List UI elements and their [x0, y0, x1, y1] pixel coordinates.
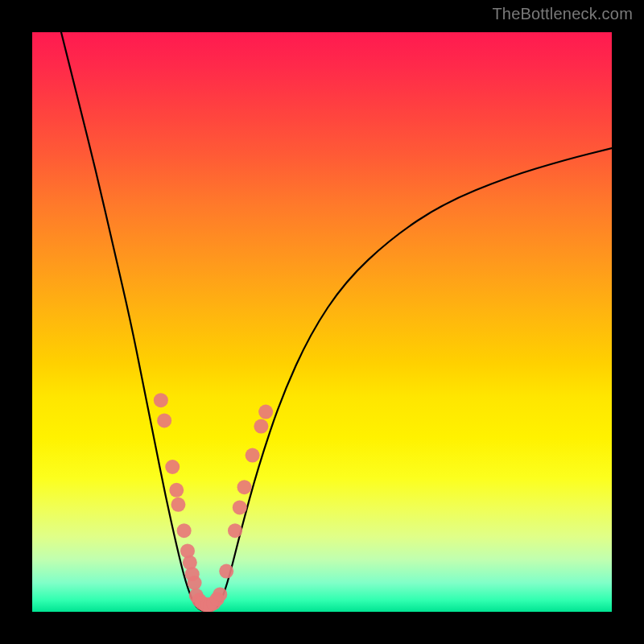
chart-svg	[32, 32, 612, 612]
marker-point	[177, 523, 192, 538]
curve-layer	[61, 32, 612, 612]
marker-point	[237, 480, 252, 494]
marker-point	[213, 587, 227, 601]
chart-frame: TheBottleneck.com	[0, 0, 644, 644]
marker-point	[228, 523, 242, 538]
marker-point	[254, 419, 268, 434]
curve-bottleneck-curve	[61, 32, 612, 612]
marker-point	[169, 483, 184, 497]
marker-layer	[154, 393, 273, 612]
marker-point	[219, 564, 233, 579]
marker-point	[188, 576, 202, 590]
marker-point	[246, 448, 260, 463]
plot-area	[32, 32, 612, 612]
marker-point	[171, 497, 185, 512]
marker-point	[258, 405, 273, 419]
marker-point	[233, 500, 247, 514]
marker-point	[154, 393, 168, 407]
marker-point	[165, 460, 180, 474]
marker-point	[157, 413, 171, 427]
watermark-text: TheBottleneck.com	[492, 5, 633, 23]
